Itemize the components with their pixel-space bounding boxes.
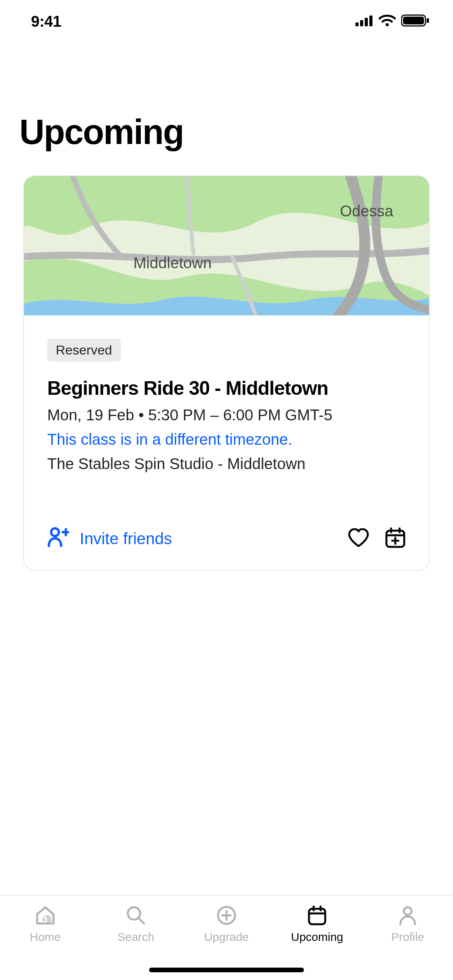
svg-point-11 bbox=[51, 528, 59, 536]
tab-home[interactable]: Home bbox=[0, 904, 91, 944]
card-body: Reserved Beginners Ride 30 - Middletown … bbox=[24, 315, 429, 570]
home-icon bbox=[34, 904, 57, 927]
svg-rect-3 bbox=[369, 15, 372, 26]
home-indicator bbox=[149, 968, 304, 972]
status-icons bbox=[355, 14, 430, 29]
svg-rect-2 bbox=[365, 18, 368, 26]
tab-upgrade-label: Upgrade bbox=[204, 930, 249, 944]
class-location-map[interactable]: Middletown Odessa bbox=[24, 176, 429, 315]
tab-profile[interactable]: Profile bbox=[362, 904, 453, 944]
favorite-button[interactable] bbox=[348, 528, 369, 549]
class-title: Beginners Ride 30 - Middletown bbox=[47, 377, 406, 399]
invite-friends-button[interactable]: Invite friends bbox=[47, 527, 172, 551]
search-icon bbox=[125, 904, 147, 927]
map-city-label-main: Middletown bbox=[133, 254, 211, 272]
tab-upcoming[interactable]: Upcoming bbox=[272, 904, 362, 944]
page-header: Upcoming bbox=[0, 43, 453, 175]
status-badge: Reserved bbox=[47, 339, 121, 362]
bottom-tab-bar: Home Search Upgrade Upcoming Profile bbox=[0, 895, 453, 980]
plus-circle-icon bbox=[215, 904, 238, 927]
heart-icon bbox=[348, 528, 369, 548]
map-city-label-secondary: Odessa bbox=[340, 202, 393, 220]
wifi-icon bbox=[379, 15, 396, 28]
svg-rect-7 bbox=[427, 18, 429, 23]
calendar-add-icon bbox=[385, 528, 406, 548]
tab-search-label: Search bbox=[117, 930, 154, 944]
timezone-note: This class is in a different timezone. bbox=[47, 431, 406, 448]
battery-icon bbox=[401, 14, 430, 29]
tab-upcoming-label: Upcoming bbox=[291, 930, 343, 944]
cellular-signal-icon bbox=[355, 15, 373, 28]
invite-friends-label: Invite friends bbox=[80, 529, 172, 548]
page-title: Upcoming bbox=[19, 112, 434, 152]
tab-home-label: Home bbox=[30, 930, 61, 944]
calendar-icon bbox=[306, 904, 328, 927]
venue-name: The Stables Spin Studio - Middletown bbox=[47, 455, 406, 473]
svg-point-4 bbox=[386, 23, 389, 26]
person-add-icon bbox=[47, 527, 69, 551]
tab-upgrade[interactable]: Upgrade bbox=[181, 904, 272, 944]
card-actions: Invite friends bbox=[47, 527, 406, 551]
svg-rect-16 bbox=[309, 909, 325, 924]
upcoming-class-card[interactable]: Middletown Odessa Reserved Beginners Rid… bbox=[23, 175, 430, 571]
profile-icon bbox=[396, 904, 419, 927]
svg-rect-1 bbox=[360, 20, 363, 26]
status-bar: 9:41 bbox=[0, 0, 453, 43]
tab-profile-label: Profile bbox=[391, 930, 424, 944]
svg-rect-6 bbox=[403, 17, 424, 24]
class-datetime: Mon, 19 Feb • 5:30 PM – 6:00 PM GMT-5 bbox=[47, 406, 406, 424]
tab-search[interactable]: Search bbox=[91, 904, 181, 944]
svg-rect-0 bbox=[355, 22, 359, 26]
status-time: 9:41 bbox=[31, 13, 61, 30]
svg-point-17 bbox=[404, 907, 412, 915]
add-to-calendar-button[interactable] bbox=[385, 528, 406, 550]
